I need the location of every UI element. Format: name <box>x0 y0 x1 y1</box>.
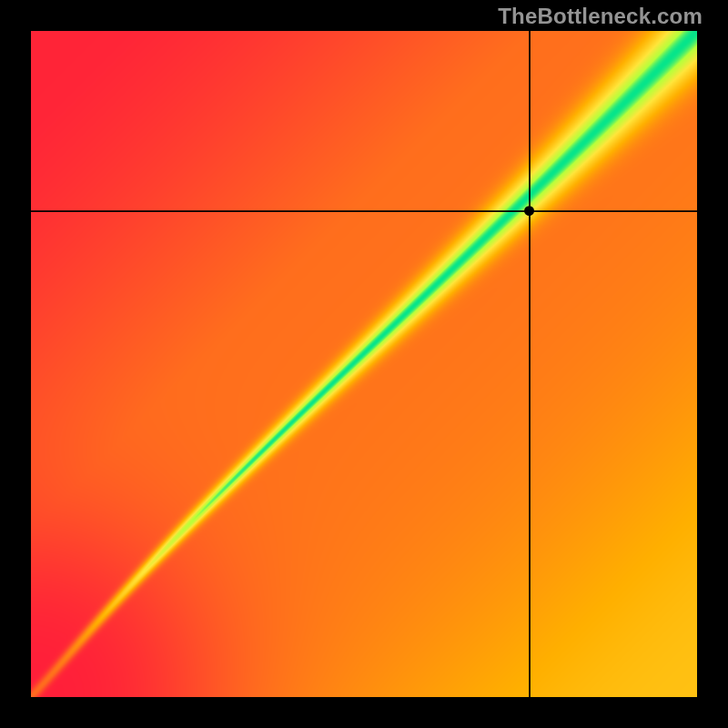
chart-frame: TheBottleneck.com <box>0 0 728 728</box>
heatmap-plot-area <box>31 31 697 697</box>
watermark-text: TheBottleneck.com <box>498 4 703 29</box>
crosshair-overlay <box>31 31 697 697</box>
